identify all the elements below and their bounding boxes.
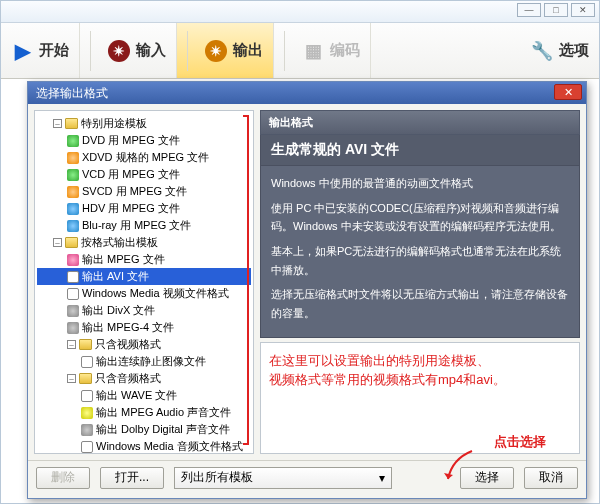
format-icon (67, 203, 79, 215)
annotation-text-2: 点击选择 (494, 433, 546, 451)
tree-item[interactable]: 输出 MPEG 文件 (37, 251, 251, 268)
format-icon (81, 356, 93, 368)
maximize-button[interactable]: □ (544, 3, 568, 17)
tab-options[interactable]: 🔧选项 (521, 23, 599, 78)
tree-group[interactable]: –特别用途模板 (37, 115, 251, 132)
tree-item[interactable]: Blu-ray 用 MPEG 文件 (37, 217, 251, 234)
tab-options-label: 选项 (559, 41, 589, 60)
tab-encode[interactable]: ▦编码 (274, 23, 371, 78)
collapse-icon[interactable]: – (67, 374, 76, 383)
format-icon (67, 152, 79, 164)
film-icon: ▦ (302, 40, 324, 62)
tree-item[interactable]: 输出 Dolby Digital 声音文件 (37, 421, 251, 438)
tree-item[interactable]: HDV 用 MPEG 文件 (37, 200, 251, 217)
format-icon (67, 288, 79, 300)
format-tree[interactable]: –特别用途模板 DVD 用 MPEG 文件 XDVD 规格的 MPEG 文件 V… (34, 110, 254, 454)
collapse-icon[interactable]: – (53, 238, 62, 247)
folder-icon (65, 118, 78, 129)
annotation-text-1: 在这里可以设置输出的特别用途模板、 视频格式等常用的视频格式有mp4和avi。 (269, 351, 571, 390)
format-icon (67, 186, 79, 198)
tree-item[interactable]: DVD 用 MPEG 文件 (37, 132, 251, 149)
tree-item[interactable]: XDVD 规格的 MPEG 文件 (37, 149, 251, 166)
folder-icon (79, 339, 92, 350)
info-header: 输出格式 (260, 110, 580, 135)
tree-item[interactable]: 输出 MPEG Audio 声音文件 (37, 404, 251, 421)
reel-icon: ✴ (108, 40, 130, 62)
dialog-titlebar: 选择输出格式 ✕ (28, 82, 586, 104)
format-icon (67, 322, 79, 334)
format-icon (81, 407, 93, 419)
format-icon (67, 135, 79, 147)
format-icon (67, 169, 79, 181)
tree-item[interactable]: VCD 用 MPEG 文件 (37, 166, 251, 183)
folder-icon (79, 373, 92, 384)
tab-input[interactable]: ✴输入 (80, 23, 177, 78)
annotation-bracket (243, 115, 249, 445)
info-pane: 输出格式 生成常规的 AVI 文件 Windows 中使用的最普通的动画文件格式… (260, 110, 580, 454)
format-icon (81, 441, 93, 453)
folder-icon (65, 237, 78, 248)
info-description: Windows 中使用的最普通的动画文件格式 使用 PC 中已安装的CODEC(… (260, 166, 580, 338)
tree-group[interactable]: –按格式输出模板 (37, 234, 251, 251)
chevron-down-icon: ▾ (379, 471, 385, 485)
dialog-title: 选择输出格式 (36, 86, 108, 100)
format-icon (67, 271, 79, 283)
tree-item-selected[interactable]: 输出 AVI 文件 (37, 268, 251, 285)
format-icon (81, 390, 93, 402)
tree-item[interactable]: 输出 DivX 文件 (37, 302, 251, 319)
main-toolbar: ▶开始 ✴输入 ✴输出 ▦编码 🔧选项 (1, 23, 599, 79)
tree-group[interactable]: –只含视频格式 (37, 336, 251, 353)
titlebar: — □ ✕ (1, 1, 599, 23)
dialog-footer: 点击选择 删除 打开... 列出所有模板▾ 选择 取消 (28, 460, 586, 494)
minimize-button[interactable]: — (517, 3, 541, 17)
delete-button: 删除 (36, 467, 90, 489)
dialog-close-button[interactable]: ✕ (554, 84, 582, 100)
annotation-arrow-icon (442, 449, 476, 485)
tab-start[interactable]: ▶开始 (1, 23, 80, 78)
reel-icon: ✴ (205, 40, 227, 62)
wrench-icon: 🔧 (531, 40, 553, 62)
tab-start-label: 开始 (39, 41, 69, 60)
open-button[interactable]: 打开... (100, 467, 164, 489)
close-button[interactable]: ✕ (571, 3, 595, 17)
format-icon (67, 220, 79, 232)
tab-input-label: 输入 (136, 41, 166, 60)
main-window: — □ ✕ ▶开始 ✴输入 ✴输出 ▦编码 🔧选项 选择输出格式 ✕ –特别用途… (0, 0, 600, 504)
tab-encode-label: 编码 (330, 41, 360, 60)
format-icon (81, 424, 93, 436)
tree-item[interactable]: 输出 WAVE 文件 (37, 387, 251, 404)
tree-item[interactable]: SVCD 用 MPEG 文件 (37, 183, 251, 200)
tree-item[interactable]: Windows Media 视频文件格式 (37, 285, 251, 302)
format-icon (67, 254, 79, 266)
tree-group[interactable]: –只含音频格式 (37, 370, 251, 387)
format-icon (67, 305, 79, 317)
template-filter-dropdown[interactable]: 列出所有模板▾ (174, 467, 392, 489)
tree-item[interactable]: 输出 MPEG-4 文件 (37, 319, 251, 336)
output-format-dialog: 选择输出格式 ✕ –特别用途模板 DVD 用 MPEG 文件 XDVD 规格的 … (27, 81, 587, 499)
collapse-icon[interactable]: – (53, 119, 62, 128)
tab-output-label: 输出 (233, 41, 263, 60)
tree-item[interactable]: 输出连续静止图像文件 (37, 353, 251, 370)
play-icon: ▶ (11, 40, 33, 62)
tree-item[interactable]: Windows Media 音频文件格式 (37, 438, 251, 454)
info-title: 生成常规的 AVI 文件 (260, 135, 580, 166)
collapse-icon[interactable]: – (67, 340, 76, 349)
tab-output[interactable]: ✴输出 (177, 23, 274, 78)
cancel-button[interactable]: 取消 (524, 467, 578, 489)
